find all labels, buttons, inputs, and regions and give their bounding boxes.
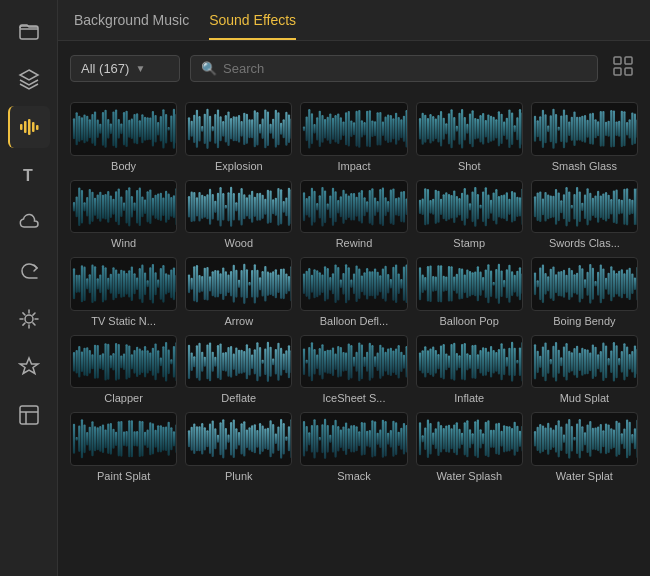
sound-item[interactable]: Inflate [416, 335, 523, 405]
svg-rect-274 [243, 194, 245, 219]
svg-rect-916 [364, 423, 366, 456]
sound-item[interactable]: Stamp [416, 180, 523, 250]
svg-rect-167 [508, 109, 510, 148]
sidebar-item-folder[interactable] [8, 10, 50, 52]
sound-item[interactable]: Balloon Pop [416, 257, 523, 327]
sound-item[interactable]: Body [70, 102, 177, 172]
svg-rect-385 [565, 187, 567, 226]
svg-rect-308 [343, 189, 345, 223]
sidebar-item-layout[interactable] [8, 394, 50, 436]
sound-item[interactable]: Water Splat [531, 412, 638, 482]
sound-item[interactable]: IceSheet S... [300, 335, 407, 405]
svg-rect-698 [317, 354, 319, 369]
svg-rect-100 [322, 115, 324, 143]
svg-rect-837 [136, 431, 138, 447]
svg-rect-558 [484, 270, 486, 299]
svg-rect-646 [160, 357, 162, 366]
svg-rect-884 [270, 421, 272, 458]
search-input[interactable] [223, 61, 587, 76]
sound-item[interactable]: Impact [300, 102, 407, 172]
sound-item[interactable]: Boing Bendy [531, 257, 638, 327]
svg-rect-967 [508, 427, 510, 452]
svg-rect-145 [450, 109, 452, 148]
svg-rect-175 [539, 116, 541, 141]
svg-rect-956 [479, 430, 481, 449]
sidebar-item-layers[interactable] [8, 58, 50, 100]
sound-item[interactable]: Mud Splat [531, 335, 638, 405]
svg-rect-761 [492, 350, 494, 374]
svg-rect-281 [262, 194, 264, 218]
svg-rect-908 [343, 427, 345, 452]
svg-rect-510 [348, 267, 350, 300]
grid-toggle-button[interactable] [608, 51, 638, 86]
svg-rect-809 [628, 354, 630, 370]
sound-item[interactable]: Wind [70, 180, 177, 250]
sound-item[interactable]: Balloon Defl... [300, 257, 407, 327]
svg-rect-4 [32, 122, 35, 132]
sound-item[interactable]: Smash Glass [531, 102, 638, 172]
sound-item[interactable]: Explosion [185, 102, 292, 172]
svg-rect-932 [406, 425, 407, 453]
svg-rect-926 [390, 430, 392, 448]
waveform-box [416, 180, 523, 234]
svg-rect-846 [160, 426, 162, 453]
sound-item[interactable]: Wood [185, 180, 292, 250]
svg-rect-389 [576, 187, 578, 227]
svg-rect-266 [222, 193, 224, 220]
sound-item[interactable]: Water Splash [416, 412, 523, 482]
svg-rect-236 [133, 202, 135, 211]
svg-rect-185 [565, 115, 567, 143]
svg-rect-839 [141, 421, 143, 456]
svg-rect-160 [490, 116, 492, 142]
svg-rect-147 [455, 126, 457, 132]
svg-rect-667 [225, 352, 227, 372]
svg-rect-139 [434, 118, 436, 139]
svg-rect-843 [152, 424, 154, 455]
sound-item[interactable]: Clapper [70, 335, 177, 405]
svg-rect-354 [474, 186, 476, 226]
svg-rect-760 [490, 346, 492, 378]
tab-background-music[interactable]: Background Music [74, 12, 189, 40]
sound-item[interactable]: Plunk [185, 412, 292, 482]
sidebar-item-star[interactable] [8, 346, 50, 388]
sidebar-item-arrow[interactable] [8, 250, 50, 292]
svg-rect-437 [136, 278, 138, 291]
svg-rect-391 [581, 202, 583, 210]
category-dropdown[interactable]: All (167) ▼ [70, 55, 180, 82]
svg-rect-807 [623, 343, 625, 380]
svg-rect-484 [270, 273, 272, 296]
sidebar-item-cloud[interactable] [8, 202, 50, 244]
svg-rect-676 [249, 348, 251, 376]
svg-rect-203 [613, 110, 615, 147]
svg-rect-599 [602, 269, 604, 300]
svg-point-7 [25, 315, 33, 323]
sound-item[interactable]: Rewind [300, 180, 407, 250]
sound-item[interactable]: Smack [300, 412, 407, 482]
svg-rect-204 [615, 122, 617, 137]
svg-rect-924 [385, 421, 387, 456]
sound-item[interactable]: Deflate [185, 335, 292, 405]
svg-rect-873 [241, 424, 243, 455]
svg-rect-546 [453, 277, 455, 292]
sound-item[interactable]: Shot [416, 102, 523, 172]
sound-item[interactable]: TV Static N... [70, 257, 177, 327]
tab-sound-effects[interactable]: Sound Effects [209, 12, 296, 40]
svg-rect-117 [366, 111, 368, 147]
sidebar-item-effect[interactable] [8, 298, 50, 340]
svg-rect-620 [91, 354, 93, 369]
svg-rect-851 [173, 432, 175, 447]
waveform-box [416, 257, 523, 311]
svg-rect-784 [563, 346, 565, 377]
sound-item[interactable]: Paint Splat [70, 412, 177, 482]
svg-rect-298 [317, 203, 319, 210]
svg-rect-422 [97, 278, 99, 289]
sidebar-item-text[interactable]: T [8, 154, 50, 196]
svg-rect-785 [565, 343, 567, 380]
sound-item[interactable]: Arrow [185, 257, 292, 327]
sound-item[interactable]: Swords Clas... [531, 180, 638, 250]
sidebar-item-audio[interactable] [8, 106, 50, 148]
svg-rect-832 [123, 432, 125, 447]
svg-rect-639 [141, 350, 143, 373]
svg-rect-499 [319, 272, 321, 295]
svg-rect-246 [160, 192, 162, 220]
